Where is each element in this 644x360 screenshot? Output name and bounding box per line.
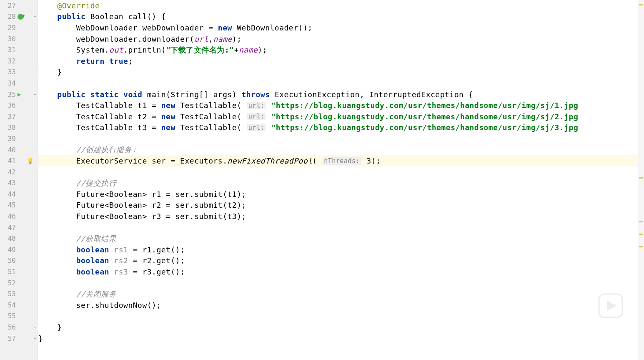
- line-number: 38: [0, 123, 16, 131]
- code-line[interactable]: public static void main(String[] args) t…: [38, 89, 644, 100]
- code-token: nThreads:: [323, 157, 361, 165]
- fold-icon[interactable]: −: [33, 92, 36, 97]
- code-line[interactable]: }: [38, 333, 644, 344]
- code-token: ExecutorService ser = Executors.: [76, 156, 228, 165]
- line-number: 36: [0, 101, 16, 109]
- scroll-marker[interactable]: [639, 177, 643, 179]
- code-token: }: [38, 334, 43, 343]
- code-line[interactable]: @Override: [38, 0, 644, 11]
- intention-bulb-icon[interactable]: 💡: [27, 158, 34, 164]
- code-line[interactable]: [38, 277, 644, 289]
- code-line[interactable]: //提交执行: [38, 178, 644, 189]
- code-line[interactable]: //关闭服务: [38, 288, 644, 300]
- scroll-marker[interactable]: [639, 4, 643, 5]
- code-line[interactable]: boolean rs1 = r1.get();: [38, 244, 644, 255]
- code-token: Future<Boolean> r2 = ser.submit(t2);: [76, 201, 246, 209]
- scroll-marker[interactable]: [639, 234, 643, 235]
- fold-icon[interactable]: −: [33, 14, 36, 19]
- code-line[interactable]: ser.shutdownNow();: [38, 300, 644, 311]
- line-number: 30: [0, 35, 16, 43]
- gutter-row: 43: [0, 178, 37, 189]
- code-token: Boolean call() {: [85, 12, 166, 21]
- gutter-row: 55: [0, 311, 37, 322]
- code-token: webDownloader.downloader(: [76, 35, 194, 43]
- code-token: = r2.get();: [128, 256, 185, 265]
- gutter-row: 37: [0, 111, 37, 122]
- code-line[interactable]: boolean rs3 = r3.get();: [38, 266, 644, 277]
- code-line[interactable]: boolean rs2 = r2.get();: [38, 255, 644, 267]
- code-line[interactable]: System.out.println("下载了文件名为:"+name);: [38, 44, 644, 55]
- gutter-row: 44: [0, 189, 37, 200]
- fold-icon[interactable]: −: [33, 336, 36, 341]
- line-number: 54: [0, 301, 16, 309]
- code-line[interactable]: webDownloader.downloader(url,name);: [38, 33, 644, 45]
- code-line[interactable]: TestCallable t2 = new TestCallable( url:…: [38, 111, 644, 122]
- gutter-row: 36: [0, 100, 37, 111]
- code-line[interactable]: //获取结果: [38, 233, 644, 244]
- code-line[interactable]: [38, 133, 644, 144]
- code-line[interactable]: }: [38, 67, 644, 78]
- code-token: throws: [242, 90, 270, 99]
- code-token: TestCallable t3 =: [76, 123, 161, 132]
- gutter-row: 56−: [0, 322, 37, 333]
- gutter-row: 34: [0, 78, 37, 89]
- fold-icon[interactable]: −: [33, 69, 36, 75]
- line-number: 48: [0, 234, 16, 242]
- line-number: 35: [0, 91, 16, 98]
- code-token: ,: [208, 35, 213, 43]
- code-line[interactable]: Future<Boolean> r3 = ser.submit(t3);: [38, 211, 644, 222]
- gutter-row: 31: [0, 44, 37, 55]
- code-line[interactable]: TestCallable t3 = new TestCallable( url:…: [38, 122, 644, 133]
- gutter-row: 51: [0, 266, 37, 277]
- code-token: [266, 112, 271, 121]
- code-line[interactable]: ExecutorService ser = Executors.newFixed…: [38, 155, 644, 166]
- code-token: "下载了文件名为:": [166, 45, 234, 55]
- code-line[interactable]: [38, 222, 644, 233]
- gutter-row: 52: [0, 277, 37, 289]
- code-line[interactable]: [38, 78, 644, 89]
- code-line[interactable]: //创建执行服务:: [38, 144, 644, 156]
- code-line[interactable]: public Boolean call() {: [38, 11, 644, 23]
- gutter-row: 27: [0, 0, 37, 11]
- scroll-marker[interactable]: [639, 221, 643, 222]
- code-area[interactable]: @Override public Boolean call() { WebDow…: [38, 0, 644, 360]
- line-number: 29: [0, 24, 16, 32]
- fold-icon[interactable]: −: [33, 325, 36, 330]
- gutter-row: 48: [0, 233, 37, 244]
- code-token: );: [232, 35, 242, 43]
- line-number: 44: [0, 190, 16, 198]
- scroll-marker[interactable]: [639, 246, 643, 247]
- code-token: //创建执行服务:: [76, 145, 137, 155]
- code-line[interactable]: Future<Boolean> r2 = ser.submit(t2);: [38, 200, 644, 211]
- line-number: 50: [0, 257, 16, 264]
- code-token: TestCallable(: [175, 123, 246, 132]
- code-token: new: [218, 23, 232, 32]
- code-line[interactable]: return true;: [38, 55, 644, 67]
- line-number: 39: [0, 135, 16, 143]
- editor-gutter: 2728−2930313233−3435▶−363738394041💡42434…: [0, 0, 38, 360]
- gutter-row: 35▶−: [0, 89, 37, 100]
- gutter-row: 47: [0, 222, 37, 233]
- code-token: public: [57, 12, 85, 21]
- gutter-row: 39: [0, 133, 37, 144]
- code-line[interactable]: Future<Boolean> r1 = ser.submit(t1);: [38, 189, 644, 200]
- code-token: ExecutionException, InterruptedException…: [270, 90, 474, 99]
- code-line[interactable]: TestCallable t1 = new TestCallable( url:…: [38, 100, 644, 111]
- line-number: 37: [0, 113, 16, 121]
- code-token: TestCallable(: [175, 112, 246, 121]
- gutter-row: 38: [0, 122, 37, 133]
- code-line[interactable]: [38, 311, 644, 322]
- scrollbar-vertical[interactable]: [638, 0, 644, 360]
- gutter-row: 30: [0, 33, 37, 45]
- gutter-row: 45: [0, 200, 37, 211]
- override-icon[interactable]: [18, 14, 23, 20]
- gutter-row: 46: [0, 211, 37, 222]
- code-line[interactable]: }: [38, 322, 644, 333]
- code-token: rs3: [114, 267, 128, 276]
- code-line[interactable]: [38, 166, 644, 178]
- code-line[interactable]: WebDownloader webDownloader = new WebDow…: [38, 22, 644, 33]
- run-icon[interactable]: ▶: [18, 91, 21, 98]
- line-number: 31: [0, 46, 16, 54]
- code-token: boolean: [76, 256, 109, 265]
- code-token: [266, 101, 271, 110]
